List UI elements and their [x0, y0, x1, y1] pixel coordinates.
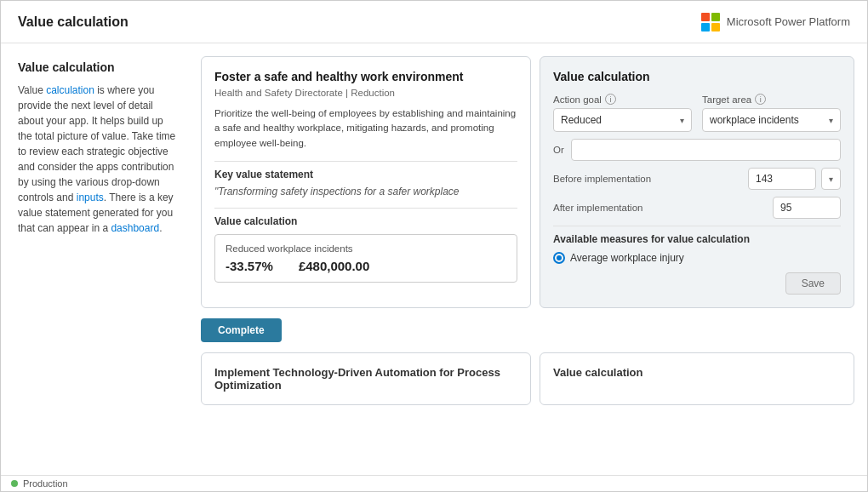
radio-button[interactable] — [553, 252, 565, 264]
action-goal-select[interactable]: Reduced ▾ — [553, 108, 692, 132]
bottom-left-card: Implement Technology-Driven Automation f… — [201, 352, 531, 405]
top-card-row: Foster a safe and healthy work environme… — [201, 56, 854, 308]
key-value-label: Key value statement — [214, 169, 517, 180]
radio-label: Average workplace injury — [570, 252, 684, 264]
key-value-text: "Transforming safety inspections for a s… — [214, 186, 517, 197]
target-area-chevron: ▾ — [829, 116, 833, 125]
ms-logo: Microsoft Power Platform — [701, 13, 850, 31]
value-calc-numbers: -33.57% £480,000.00 — [226, 259, 506, 273]
or-input[interactable] — [571, 139, 841, 161]
target-area-group: Target area i workplace incidents ▾ — [702, 94, 841, 132]
ms-grid-icon — [701, 13, 720, 31]
target-area-value: workplace incidents — [710, 114, 799, 126]
target-area-select[interactable]: workplace incidents ▾ — [702, 108, 841, 132]
action-goal-info-icon: i — [605, 94, 616, 105]
divider1 — [214, 161, 517, 162]
complete-btn-row: Complete — [201, 318, 854, 342]
app-frame: Value calculation Microsoft Power Platfo… — [0, 0, 868, 492]
top-left-card-title: Foster a safe and healthy work environme… — [214, 70, 517, 83]
top-left-card: Foster a safe and healthy work environme… — [201, 56, 531, 308]
or-row: Or — [553, 139, 841, 161]
main-content: Value calculation Value calculation is w… — [1, 43, 867, 475]
bottom-right-card-title: Value calculation — [553, 366, 841, 379]
ms-red-square — [701, 13, 710, 21]
value-calc-metric: Reduced workplace incidents — [226, 243, 506, 254]
action-goal-group: Action goal i Reduced ▾ — [553, 94, 692, 132]
form-row-goal-target: Action goal i Reduced ▾ Target area — [553, 94, 841, 132]
footer-status: Production — [23, 478, 68, 489]
app-header: Value calculation Microsoft Power Platfo… — [1, 1, 867, 43]
top-left-card-description: Prioritize the well-being of employees b… — [214, 106, 517, 151]
divider2 — [214, 208, 517, 209]
radio-row: Average workplace injury — [553, 252, 841, 264]
form-divider — [553, 226, 841, 226]
value-calc-percent: -33.57% — [226, 259, 273, 273]
bottom-left-card-title: Implement Technology-Driven Automation f… — [214, 366, 517, 392]
action-goal-value: Reduced — [561, 114, 602, 126]
action-goal-label: Action goal i — [553, 94, 692, 105]
before-impl-chevron: ▾ — [829, 174, 833, 184]
left-panel-description: Value calculation is where you provide t… — [18, 83, 180, 236]
save-button[interactable]: Save — [785, 272, 841, 295]
or-label: Or — [553, 145, 564, 155]
save-btn-row: Save — [553, 272, 841, 295]
value-calc-box: Reduced workplace incidents -33.57% £480… — [214, 234, 517, 283]
form-title: Value calculation — [553, 70, 841, 83]
before-impl-input-group: ▾ — [748, 168, 841, 190]
after-impl-label: After implementation — [553, 203, 642, 213]
inputs-link[interactable]: inputs — [77, 192, 104, 203]
calc-link[interactable]: calculation — [46, 84, 94, 96]
target-area-info-icon: i — [755, 94, 766, 105]
ms-green-square — [711, 13, 720, 21]
top-left-card-subtitle: Health and Safety Directorate | Reductio… — [214, 88, 517, 98]
after-impl-row: After implementation — [553, 197, 841, 219]
after-impl-input[interactable] — [773, 197, 841, 219]
before-impl-label: Before implementation — [553, 174, 651, 184]
value-calc-label: Value calculation — [214, 215, 517, 227]
left-panel-title: Value calculation — [18, 60, 180, 74]
brand-text: Microsoft Power Platform — [727, 15, 850, 28]
before-impl-input[interactable] — [748, 168, 816, 190]
radio-dot-inner — [557, 255, 562, 260]
ms-yellow-square — [711, 23, 720, 31]
action-goal-chevron: ▾ — [680, 116, 684, 125]
before-impl-select[interactable]: ▾ — [821, 168, 841, 190]
complete-button[interactable]: Complete — [201, 318, 282, 342]
after-impl-input-group — [773, 197, 841, 219]
footer: Production — [1, 475, 867, 491]
page-title: Value calculation — [18, 14, 128, 30]
right-area: Foster a safe and healthy work environme… — [197, 43, 867, 475]
bottom-card-row: Implement Technology-Driven Automation f… — [201, 352, 854, 405]
status-indicator — [11, 480, 18, 487]
left-panel: Value calculation Value calculation is w… — [1, 43, 197, 475]
value-calc-amount: £480,000.00 — [299, 259, 369, 273]
before-impl-row: Before implementation ▾ — [553, 168, 841, 190]
ms-blue-square — [701, 23, 710, 31]
top-right-card: Value calculation Action goal i Reduced … — [540, 56, 854, 308]
avail-measures-title: Available measures for value calculation — [553, 233, 841, 245]
target-area-label: Target area i — [702, 94, 841, 105]
bottom-right-card: Value calculation — [540, 352, 854, 405]
dashboard-link[interactable]: dashboard — [111, 222, 159, 234]
